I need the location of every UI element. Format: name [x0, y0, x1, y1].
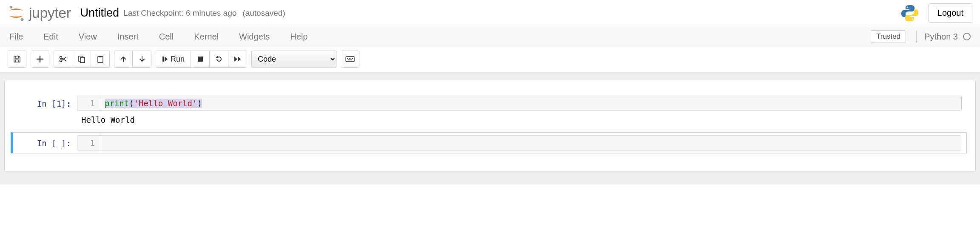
- svg-point-3: [912, 18, 913, 20]
- svg-rect-15: [350, 58, 351, 59]
- cut-button[interactable]: [54, 51, 72, 68]
- code-content[interactable]: print('Hello World'): [100, 96, 961, 110]
- menu-view[interactable]: View: [79, 32, 97, 42]
- svg-rect-9: [99, 56, 102, 57]
- cell-output: Hello World: [77, 115, 139, 125]
- move-up-button[interactable]: [114, 51, 133, 68]
- checkpoint-status: Last Checkpoint: 6 minutes ago: [123, 8, 236, 18]
- run-icon: [162, 56, 168, 62]
- arrow-down-icon: [139, 56, 145, 62]
- run-button-label: Run: [171, 55, 185, 64]
- autosave-status: (autosaved): [242, 8, 285, 18]
- arrow-up-icon: [120, 56, 127, 62]
- jupyter-logo-text: jupyter: [29, 5, 71, 21]
- line-number: 1: [77, 96, 100, 110]
- svg-rect-17: [348, 60, 352, 60]
- line-number: 1: [77, 136, 100, 150]
- svg-point-1: [21, 18, 24, 21]
- menu-widgets[interactable]: Widgets: [239, 32, 270, 42]
- stop-icon: [197, 56, 203, 62]
- copy-icon: [78, 55, 85, 63]
- code-content[interactable]: [100, 136, 961, 150]
- move-down-button[interactable]: [133, 51, 151, 68]
- menu-cell[interactable]: Cell: [159, 32, 174, 42]
- menu-edit[interactable]: Edit: [43, 32, 58, 42]
- svg-rect-8: [98, 57, 103, 62]
- trusted-badge[interactable]: Trusted: [871, 30, 906, 43]
- code-input-area[interactable]: 1: [77, 135, 961, 150]
- save-button[interactable]: [8, 51, 26, 68]
- menu-help[interactable]: Help: [290, 32, 308, 42]
- svg-rect-16: [352, 58, 353, 59]
- header: jupyter Untitled Last Checkpoint: 6 minu…: [0, 0, 980, 27]
- notebook-background: In [1]: 1 print('Hello World') Hello Wor…: [0, 72, 980, 184]
- divider: [916, 31, 917, 42]
- paste-button[interactable]: [91, 51, 110, 68]
- jupyter-logo[interactable]: jupyter: [8, 5, 71, 22]
- jupyter-icon: [8, 5, 25, 22]
- svg-rect-11: [198, 57, 203, 62]
- svg-point-0: [10, 6, 12, 8]
- fast-forward-icon: [234, 56, 242, 62]
- command-palette-button[interactable]: [341, 51, 359, 68]
- toolbar: Run Code Markdown Raw NBConvert Heading: [0, 46, 980, 72]
- scissors-icon: [59, 55, 67, 63]
- paste-icon: [97, 55, 104, 63]
- menubar: File Edit View Insert Cell Kernel Widget…: [0, 27, 980, 46]
- insert-cell-button[interactable]: [31, 51, 49, 68]
- restart-button[interactable]: [210, 51, 228, 68]
- kernel-name[interactable]: Python 3: [924, 32, 958, 42]
- menu-insert[interactable]: Insert: [117, 32, 139, 42]
- menu-kernel[interactable]: Kernel: [194, 32, 219, 42]
- svg-rect-10: [162, 57, 164, 62]
- interrupt-button[interactable]: [191, 51, 210, 68]
- restart-run-all-button[interactable]: [228, 51, 247, 68]
- code-input-area[interactable]: 1 print('Hello World'): [77, 96, 962, 111]
- svg-rect-14: [349, 58, 350, 59]
- cell-type-select[interactable]: Code Markdown Raw NBConvert Heading: [251, 51, 336, 68]
- run-button[interactable]: Run: [156, 51, 191, 68]
- plus-icon: [36, 55, 44, 63]
- menu-file[interactable]: File: [9, 32, 23, 42]
- keyboard-icon: [345, 56, 355, 62]
- svg-rect-7: [80, 57, 85, 62]
- code-cell[interactable]: In [1]: 1 print('Hello World') Hello Wor…: [13, 93, 967, 127]
- code-cell[interactable]: In [ ]: 1: [11, 132, 967, 153]
- logout-button[interactable]: Logout: [929, 3, 972, 23]
- svg-rect-13: [347, 58, 348, 59]
- notebook-container: In [1]: 1 print('Hello World') Hello Wor…: [4, 80, 976, 172]
- notebook-name[interactable]: Untitled: [80, 6, 120, 20]
- kernel-indicator-icon[interactable]: [963, 33, 971, 40]
- copy-button[interactable]: [72, 51, 91, 68]
- input-prompt: In [1]:: [13, 96, 77, 125]
- save-icon: [13, 55, 21, 63]
- svg-point-2: [906, 6, 908, 8]
- input-prompt: In [ ]:: [13, 135, 77, 150]
- svg-rect-12: [346, 57, 354, 62]
- restart-icon: [215, 55, 223, 63]
- python-icon: [900, 4, 919, 23]
